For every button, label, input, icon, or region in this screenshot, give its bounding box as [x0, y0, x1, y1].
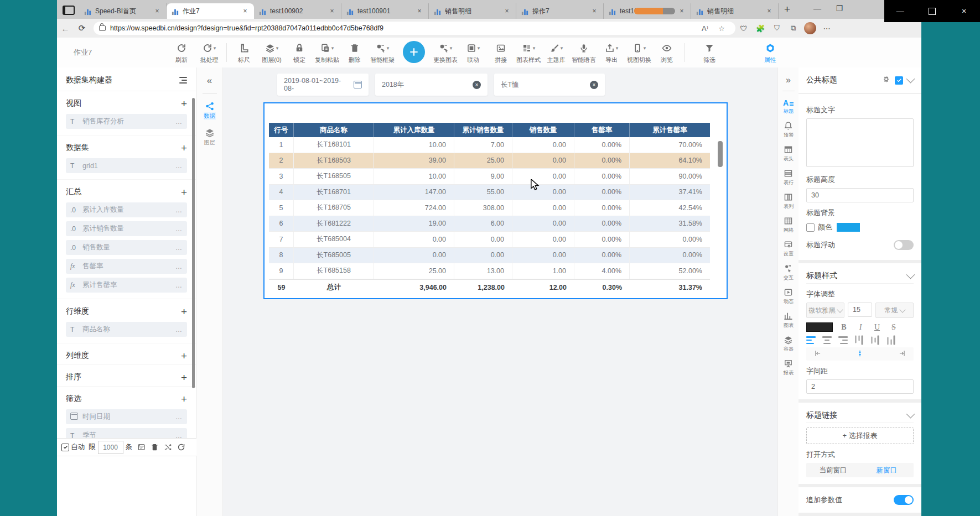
- add-component-button[interactable]: [403, 41, 425, 63]
- column-header[interactable]: 行号: [269, 123, 294, 137]
- new-tab-button[interactable]: +: [784, 3, 790, 15]
- filter-chip-year[interactable]: 2018年 ×: [375, 74, 488, 96]
- browser-tab[interactable]: test100902 ×: [254, 3, 341, 19]
- item-more-icon[interactable]: …: [175, 326, 183, 333]
- chevron-down-icon[interactable]: [906, 74, 915, 83]
- tab-close-icon[interactable]: ×: [677, 7, 686, 15]
- tab-close-icon[interactable]: ×: [241, 7, 250, 15]
- result-window-icon[interactable]: [137, 443, 146, 451]
- strip-item-title[interactable]: A 标题: [778, 97, 798, 115]
- append-params-toggle[interactable]: [894, 495, 914, 505]
- strip-item-animation[interactable]: 动态: [778, 288, 798, 305]
- table-row[interactable]: 9 长T685158 25.00 13.00 1.00 4.00% 52.00%: [269, 263, 710, 279]
- window-maximize-button[interactable]: [916, 0, 948, 22]
- align-right-button[interactable]: [838, 336, 848, 344]
- title-text-input[interactable]: [806, 118, 914, 167]
- dataset-item[interactable]: T grid1 …: [66, 158, 187, 173]
- table-scrollbar[interactable]: [718, 141, 723, 167]
- theme-library-button[interactable]: ▾ 主题库: [542, 40, 570, 66]
- italic-button[interactable]: I: [855, 323, 866, 332]
- smart-frame-button[interactable]: ▾ 智能框架: [369, 40, 396, 66]
- measure-item[interactable]: .0 销售数量 …: [66, 240, 187, 255]
- tab-close-icon[interactable]: ×: [153, 7, 162, 15]
- item-more-icon[interactable]: …: [175, 118, 183, 126]
- url-input[interactable]: https://ow.speedbi.cn/design?fdesign=tru…: [94, 22, 735, 35]
- add-row-dimension-button[interactable]: +: [181, 306, 187, 317]
- column-header[interactable]: 销售数量: [512, 123, 574, 137]
- font-size-input[interactable]: [848, 303, 872, 317]
- font-weight-select[interactable]: 常规: [875, 303, 914, 318]
- item-more-icon[interactable]: …: [175, 263, 183, 270]
- strip-item-container[interactable]: 容器: [778, 335, 798, 353]
- limit-input[interactable]: [98, 441, 123, 454]
- enabled-checkbox[interactable]: [895, 76, 903, 85]
- expand-right-icon[interactable]: »: [778, 75, 798, 85]
- add-sort-button[interactable]: +: [181, 372, 187, 383]
- item-more-icon[interactable]: …: [175, 413, 183, 421]
- copy-paste-button[interactable]: ▾ 复制粘贴: [313, 40, 341, 66]
- rerun-refresh-icon[interactable]: [177, 443, 185, 451]
- add-view-button[interactable]: +: [181, 98, 187, 109]
- add-col-dimension-button[interactable]: +: [181, 351, 187, 361]
- add-aggregate-button[interactable]: +: [181, 187, 187, 197]
- favorite-star-icon[interactable]: ☆: [713, 24, 730, 33]
- chevron-down-icon[interactable]: [906, 409, 915, 418]
- tab-close-icon[interactable]: ×: [765, 7, 774, 15]
- add-filter-button[interactable]: +: [181, 394, 187, 404]
- refresh-button[interactable]: 刷新: [168, 40, 195, 66]
- collapse-panel-icon[interactable]: [177, 76, 187, 84]
- browser-restore-button[interactable]: ❐: [828, 0, 851, 19]
- column-header[interactable]: 累计售罄率: [630, 123, 710, 137]
- browser-tab-active[interactable]: 作业7 ×: [167, 3, 254, 19]
- profile-avatar[interactable]: [804, 22, 816, 34]
- add-dataset-button[interactable]: +: [181, 143, 187, 153]
- strip-item-interaction[interactable]: 交互: [778, 264, 798, 282]
- view-item[interactable]: T 销售库存分析 …: [66, 114, 187, 129]
- measure-item[interactable]: .0 累计销售数量 …: [66, 221, 187, 236]
- url-text[interactable]: https://ow.speedbi.cn/design?fdesign=tru…: [110, 24, 697, 32]
- data-grid[interactable]: 行号 商品名称 累计入库数量 累计销售数量 销售数量 售罄率 累计售罄率 1 长…: [269, 123, 710, 295]
- lock-button[interactable]: 锁定: [286, 40, 313, 66]
- design-canvas[interactable]: 2019-08-01~2019-08- 2018年 × 长T恤 × 行号 商品名…: [223, 67, 777, 516]
- table-row-highlighted[interactable]: 2 长T168503 39.00 25.00 0.00 0.00% 64.10%: [269, 153, 710, 169]
- extensions-icon[interactable]: 🧩: [752, 24, 769, 33]
- linkage-button[interactable]: ▾ 联动: [459, 40, 487, 66]
- item-more-icon[interactable]: …: [175, 244, 183, 252]
- column-header[interactable]: 累计入库数量: [374, 123, 454, 137]
- read-aloud-icon[interactable]: A⁾: [697, 24, 713, 33]
- collections-icon[interactable]: ⛉: [769, 24, 785, 33]
- preview-button[interactable]: 浏览: [653, 40, 681, 66]
- select-report-button[interactable]: + 选择报表: [806, 428, 914, 444]
- export-button[interactable]: ▾ 导出: [598, 40, 625, 66]
- delete-button[interactable]: 删除: [341, 40, 369, 66]
- bold-button[interactable]: B: [838, 323, 849, 332]
- strip-item-report[interactable]: 报表: [778, 359, 798, 377]
- table-row[interactable]: 8 长T685005 0.00 0.00 0.00 0.00% 0.00%: [269, 248, 710, 264]
- align-middle-button[interactable]: [872, 336, 879, 345]
- item-more-icon[interactable]: …: [175, 206, 183, 214]
- align-left-button[interactable]: [806, 336, 816, 344]
- table-row[interactable]: 4 长T168701 147.00 55.00 0.00 0.00% 37.41…: [269, 185, 710, 201]
- underline-button[interactable]: U: [872, 323, 883, 332]
- view-switch-button[interactable]: ▾ 视图切换: [625, 40, 653, 66]
- filter-item[interactable]: 时间日期 …: [66, 409, 187, 424]
- tab-close-icon[interactable]: ×: [328, 7, 336, 15]
- ruler-button[interactable]: 标尺: [230, 40, 258, 66]
- sidebar-scrollbar[interactable]: [192, 98, 195, 388]
- collapse-left-icon[interactable]: «: [196, 75, 222, 86]
- strip-item-table-cols[interactable]: 表列: [778, 192, 798, 210]
- title-float-toggle[interactable]: [894, 240, 914, 250]
- tab-close-icon[interactable]: ×: [590, 7, 599, 15]
- item-more-icon[interactable]: …: [175, 225, 183, 233]
- column-header[interactable]: 商品名称: [294, 123, 374, 137]
- strip-item-settings[interactable]: 设置: [778, 240, 798, 258]
- indent-right-icon[interactable]: [898, 350, 906, 359]
- chevron-down-icon[interactable]: [906, 270, 915, 279]
- change-chart-button[interactable]: ▾ 更换图表: [432, 40, 459, 66]
- window-minimize-button[interactable]: —: [884, 0, 916, 22]
- column-header[interactable]: 售罄率: [574, 123, 630, 137]
- reload-icon[interactable]: ⟳: [74, 23, 90, 33]
- properties-button[interactable]: 属性: [756, 40, 784, 66]
- column-header[interactable]: 累计销售数量: [454, 123, 512, 137]
- measure-item[interactable]: .0 累计入库数量 …: [66, 202, 187, 217]
